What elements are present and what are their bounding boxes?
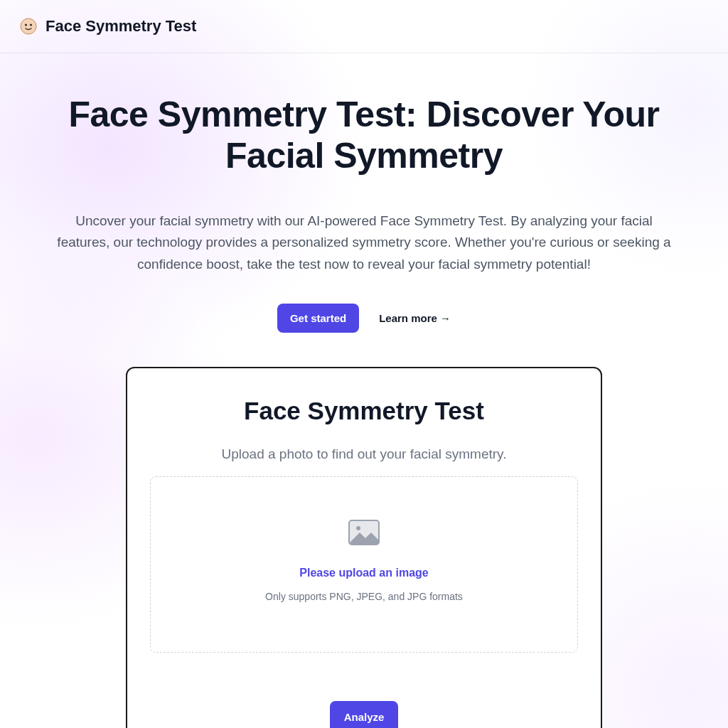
learn-more-link[interactable]: Learn more → [379, 312, 451, 324]
analyze-button[interactable]: Analyze [330, 701, 399, 728]
analyze-row: Analyze [150, 701, 578, 728]
card-subtitle: Upload a photo to find out your facial s… [150, 446, 578, 462]
hero-section: Face Symmetry Test: Discover Your Facial… [0, 53, 728, 728]
svg-point-5 [356, 526, 360, 530]
hero-description: Uncover your facial symmetry with our AI… [51, 210, 677, 275]
svg-point-1 [25, 23, 27, 26]
image-placeholder-icon [348, 520, 380, 545]
header: Face Symmetry Test [0, 0, 728, 53]
cta-row: Get started Learn more → [34, 304, 694, 333]
card-title: Face Symmetry Test [150, 397, 578, 425]
hero-heading: Face Symmetry Test: Discover Your Facial… [34, 95, 694, 176]
svg-point-0 [21, 18, 36, 34]
upload-prompt: Please upload an image [168, 567, 560, 579]
upload-card: Face Symmetry Test Upload a photo to fin… [126, 367, 602, 728]
app-title: Face Symmetry Test [46, 17, 196, 36]
app-logo [20, 18, 37, 35]
upload-hint: Only supports PNG, JPEG, and JPG formats [168, 591, 560, 602]
svg-point-2 [30, 23, 32, 26]
upload-dropzone[interactable]: Please upload an image Only supports PNG… [150, 476, 578, 653]
get-started-button[interactable]: Get started [277, 304, 359, 333]
